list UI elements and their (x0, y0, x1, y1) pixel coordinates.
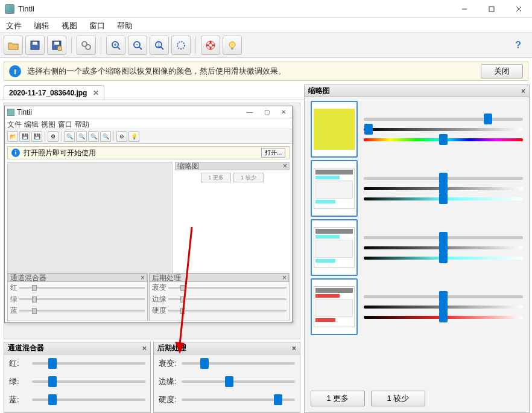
thumb-slider[interactable] (364, 316, 523, 319)
thumb-slider[interactable] (364, 118, 523, 121)
toolbar: 1 ? (0, 33, 532, 58)
slider-thumb[interactable] (439, 312, 448, 322)
save-button[interactable] (25, 36, 45, 55)
less-button[interactable]: 1 较少 (371, 391, 425, 406)
tab-close-icon[interactable]: ✕ (93, 89, 99, 97)
minimize-button[interactable] (451, 0, 478, 18)
slider-thumb[interactable] (484, 114, 492, 124)
mixer-close-icon[interactable]: × (142, 344, 147, 353)
open-button[interactable] (4, 36, 23, 55)
document-tab[interactable]: 2020-11-17_083640.jpg ✕ (4, 85, 104, 100)
nested-post-panel: 后期处理× 衰变 边缘 硬度 (149, 273, 290, 321)
post-decay-slider[interactable] (182, 362, 295, 365)
svg-rect-7 (54, 42, 59, 45)
maximize-button[interactable] (478, 0, 505, 18)
nested-menu-edit: 编辑 (24, 120, 39, 127)
thumbnail-swatch[interactable] (311, 219, 358, 276)
slider-thumb[interactable] (439, 183, 448, 194)
thumbnail-close-icon[interactable]: × (521, 87, 525, 95)
app-logo-icon (5, 4, 14, 14)
svg-line-16 (139, 47, 142, 50)
slider-thumb[interactable] (48, 358, 57, 369)
slider-thumb[interactable] (225, 376, 233, 387)
thumbnail-swatch[interactable] (311, 160, 358, 217)
slider-thumb[interactable] (439, 252, 448, 263)
thumb-slider[interactable] (364, 138, 523, 141)
menu-help[interactable]: 帮助 (111, 18, 139, 32)
save-as-button[interactable] (47, 36, 66, 55)
nested-menu-help: 帮助 (75, 120, 89, 127)
nested-lbl: 硬度 (152, 306, 166, 316)
mixer-blue-slider[interactable] (32, 399, 145, 401)
nested-saveas-icon: 💾 (31, 131, 42, 142)
nested-gear-icon: ⚙ (48, 131, 59, 142)
thumb-slider[interactable] (364, 257, 523, 260)
zoom-fit-button[interactable] (171, 36, 191, 55)
nested-more-btn: 1 更多 (201, 173, 231, 182)
mixer-green-slider[interactable] (32, 380, 145, 383)
tab-bar: 2020-11-17_083640.jpg ✕ (0, 85, 304, 100)
thumb-slider[interactable] (364, 177, 523, 180)
slider-thumb[interactable] (439, 134, 448, 145)
thumb-slider[interactable] (364, 306, 523, 309)
nested-lbl: 红 (10, 283, 17, 293)
thumb-slider[interactable] (364, 197, 523, 200)
nested-window: Tintii — ▢ ✕ 文件 编辑 视图 窗口 帮助 📂 💾 (4, 106, 293, 323)
help-lifebuoy-button[interactable] (201, 36, 220, 55)
nested-menubar: 文件 编辑 视图 窗口 帮助 (5, 118, 292, 129)
idea-button[interactable] (223, 36, 242, 55)
mixer-red-label: 红: (9, 358, 27, 369)
nested-titlebar: Tintii — ▢ ✕ (5, 106, 292, 118)
zoom-100-button[interactable]: 1 (150, 36, 169, 55)
nested-lbl: 边缘 (152, 294, 166, 304)
slider-thumb[interactable] (274, 394, 282, 405)
menu-edit[interactable]: 编辑 (28, 18, 55, 32)
slider-thumb[interactable] (439, 193, 448, 204)
info-bar: i 选择右侧的一个或多个缩略图以恢复图像的颜色，然后使用滑块微调效果。 关闭 (4, 62, 528, 81)
settings-button[interactable] (77, 36, 96, 55)
thumbnail-swatch[interactable] (311, 278, 358, 335)
nested-mixer-panel: 通道混合器× 红 绿 蓝 (7, 273, 148, 321)
slider-thumb[interactable] (439, 173, 448, 184)
thumbnail-title: 缩略图 (308, 86, 330, 96)
nested-mixer-title: 通道混合器 (10, 273, 46, 283)
nested-lbl: 衰变 (152, 283, 166, 293)
nested-sep (45, 132, 45, 141)
mixer-red-slider[interactable] (32, 362, 145, 365)
zoom-in-button[interactable] (106, 36, 125, 55)
menubar: 文件 编辑 视图 窗口 帮助 (0, 18, 532, 33)
nested-post-title: 后期处理 (152, 273, 181, 283)
post-close-icon[interactable]: × (292, 344, 296, 353)
slider-thumb[interactable] (439, 232, 448, 243)
post-edge-slider[interactable] (182, 380, 295, 383)
thumbnail-row (311, 278, 523, 335)
thumb-slider[interactable] (364, 236, 523, 239)
thumb-slider[interactable] (364, 295, 523, 298)
more-button[interactable]: 1 更多 (311, 391, 365, 406)
mixer-green-label: 绿: (9, 376, 27, 387)
nested-zoomin-icon: 🔍 (64, 131, 75, 142)
menu-window[interactable]: 窗口 (83, 18, 111, 32)
zoom-out-button[interactable] (128, 36, 147, 55)
slider-thumb[interactable] (439, 291, 448, 302)
post-hard-slider[interactable] (182, 399, 295, 401)
slider-thumb[interactable] (48, 394, 57, 405)
thumb-slider[interactable] (364, 128, 523, 131)
thumb-slider[interactable] (364, 246, 523, 249)
slider-thumb[interactable] (439, 242, 448, 253)
slider-thumb[interactable] (48, 376, 57, 387)
menu-file[interactable]: 文件 (0, 18, 28, 32)
menu-view[interactable]: 视图 (55, 18, 83, 32)
thumbnail-swatch[interactable] (311, 101, 358, 158)
slider-thumb[interactable] (364, 124, 373, 135)
post-decay-label: 衰变: (159, 358, 177, 369)
thumbnail-row (311, 219, 523, 276)
slider-thumb[interactable] (439, 301, 448, 312)
info-close-button[interactable]: 关闭 (481, 64, 523, 78)
thumbnail-panel: 缩略图× 1 更多 1 较少 (304, 85, 530, 413)
help-icon[interactable]: ? (515, 40, 521, 51)
close-button[interactable] (505, 0, 532, 18)
slider-thumb[interactable] (200, 358, 209, 369)
thumb-slider[interactable] (364, 187, 523, 190)
thumbnail-list (305, 97, 529, 387)
